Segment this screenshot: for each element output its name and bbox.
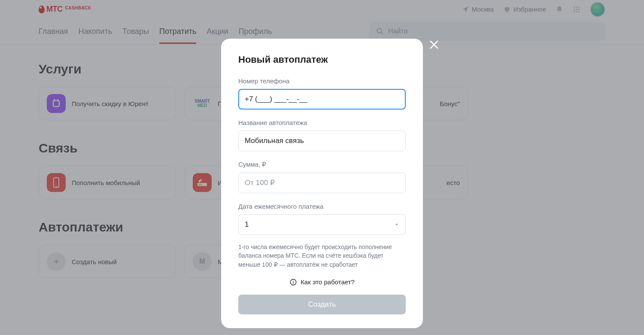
amount-label: Сумма, ₽: [238, 161, 406, 168]
how-it-works-link[interactable]: Как это работает?: [238, 278, 406, 286]
phone-input[interactable]: [238, 89, 406, 110]
date-select-wrap[interactable]: [238, 214, 406, 235]
info-icon: [289, 278, 297, 286]
how-link-label: Как это работает?: [301, 278, 355, 286]
modal-title: Новый автоплатеж: [238, 54, 406, 65]
field-amount: Сумма, ₽: [238, 161, 406, 193]
name-label: Название автоплатежа: [238, 119, 406, 126]
close-icon: [428, 39, 440, 51]
date-select[interactable]: [238, 214, 406, 235]
modal-overlay[interactable]: Новый автоплатеж Номер телефона Название…: [0, 0, 644, 335]
date-label: Дата ежемесячного платежа: [238, 203, 406, 210]
name-input[interactable]: [238, 131, 406, 151]
page: МТС CASHBACK Москва Избранное: [0, 0, 644, 335]
autopayment-modal: Новый автоплатеж Номер телефона Название…: [221, 39, 423, 328]
create-button[interactable]: Создать: [238, 295, 406, 314]
field-name: Название автоплатежа: [238, 119, 406, 151]
field-phone: Номер телефона: [238, 77, 406, 110]
close-button[interactable]: [428, 39, 442, 52]
phone-label: Номер телефона: [238, 77, 406, 85]
amount-input[interactable]: [238, 173, 406, 193]
date-note: 1-го числа ежемесячно будет происходить …: [238, 243, 406, 269]
field-date: Дата ежемесячного платежа: [238, 203, 406, 235]
